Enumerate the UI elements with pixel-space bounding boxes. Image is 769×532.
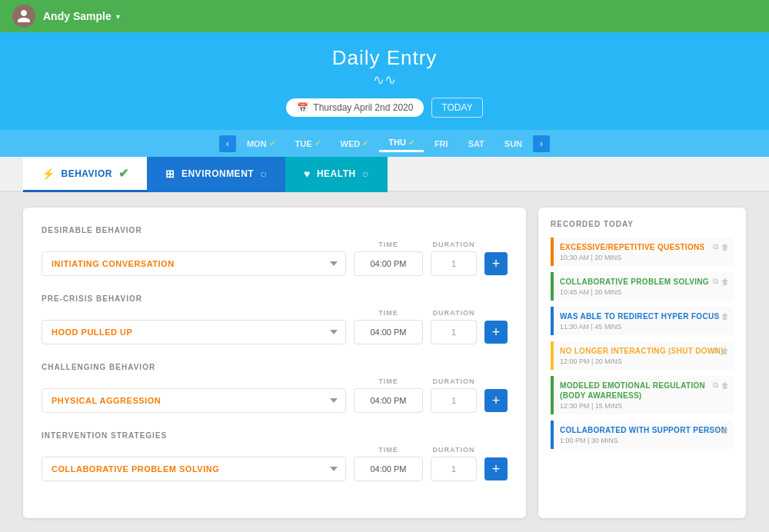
intervention-duration-input[interactable] [431,457,477,481]
intervention-time-input[interactable] [354,457,423,481]
record-copy-2[interactable]: ⧉ [713,311,718,321]
day-tab-mon[interactable]: MON ✔ [238,136,285,151]
intervention-add-col-label [484,446,508,454]
thu-check: ✔ [408,138,414,147]
record-copy-4[interactable]: ⧉ [713,381,718,390]
title-decoration: ∿∿ [0,71,769,88]
desirable-select[interactable]: INITIATING CONVERSATION [42,251,346,276]
precrisis-duration-col-label: DURATION [431,309,477,317]
record-copy-3[interactable]: ⧉ [713,346,718,355]
desirable-duration-col-label: DURATION [431,241,477,248]
day-tab-sat[interactable]: SAT [459,136,494,151]
desirable-behavior-label: DESIRABLE BEHAVIOR [42,226,508,234]
precrisis-add-col-label [484,309,508,317]
page-title: Daily Entry [0,46,769,70]
behavior-icon: ⚡ [42,168,55,180]
behavior-tab-label: BEHAVIOR [62,168,112,179]
record-copy-1[interactable]: ⧉ [713,277,718,286]
record-delete-0[interactable]: 🗑 [721,242,729,251]
desirable-time-input[interactable] [354,251,423,276]
today-button[interactable]: TODAY [431,98,482,118]
challenging-behavior-label: CHALLENGING BEHAVIOR [42,363,508,371]
precrisis-add-button[interactable]: + [484,321,508,344]
record-actions-2: ⧉ 🗑 [713,311,729,321]
challenging-time-col-label: TIME [354,377,423,385]
record-title-5: COLLABORATED WITH SUPPORT PERSON [560,425,727,435]
day-tab-tue[interactable]: TUE ✔ [286,136,330,151]
challenging-behavior-section: CHALLENGING BEHAVIOR TIME DURATION PHYSI… [42,363,508,413]
record-title-4: MODELED EMOTIONAL REGULATION (BODY AWARE… [560,381,727,401]
record-actions-0: ⧉ 🗑 [713,242,729,251]
main-content: DESIRABLE BEHAVIOR TIME DURATION INITIAT… [0,192,769,532]
record-title-3: NO LONGER INTERACTING (SHUT DOWN) [560,346,727,356]
challenging-add-button[interactable]: + [484,389,508,412]
date-nav: 📅 Thursday April 2nd 2020 TODAY [0,98,769,118]
challenging-time-input[interactable] [354,388,423,413]
environment-icon: ⊞ [165,168,175,180]
record-actions-4: ⧉ 🗑 [713,381,729,390]
top-nav: Andy Sample ▾ [0,0,769,32]
precrisis-behavior-section: PRE-CRISIS BEHAVIOR TIME DURATION HOOD P… [42,294,508,344]
precrisis-col-labels: TIME DURATION [42,309,508,317]
intervention-select[interactable]: COLLABORATIVE PROBLEM SOLVING [42,457,346,481]
health-icon: ♥ [304,168,311,180]
record-item-1: COLLABORATIVE PROBLEM SOLVING 10:45 AM |… [551,272,734,301]
desirable-add-col-label [484,241,508,248]
next-day-button[interactable]: › [533,135,550,152]
user-name-label: Andy Sample [43,10,112,22]
day-tab-thu[interactable]: THU ✔ [379,135,424,152]
intervention-col-labels: TIME DURATION [42,446,508,454]
challenging-add-col-label [484,377,508,385]
record-delete-5[interactable]: 🗑 [721,425,729,434]
record-time-4: 12:30 PM | 15 MINS [560,402,727,410]
desirable-add-button[interactable]: + [484,252,508,275]
tab-behavior[interactable]: ⚡ BEHAVIOR ✔ [23,157,147,192]
record-delete-3[interactable]: 🗑 [721,346,729,355]
record-title-0: EXCESSIVE/REPETITIVE QUESTIONS [560,242,727,252]
record-delete-4[interactable]: 🗑 [721,381,729,390]
date-pill[interactable]: 📅 Thursday April 2nd 2020 [286,98,424,117]
header-section: Daily Entry ∿∿ 📅 Thursday April 2nd 2020… [0,32,769,157]
intervention-label: INTERVENTION STRATEGIES [42,431,508,440]
intervention-form-row: COLLABORATIVE PROBLEM SOLVING + [42,457,508,481]
intervention-add-button[interactable]: + [484,457,508,480]
precrisis-time-col-label: TIME [354,309,423,317]
mon-check: ✔ [269,139,275,148]
record-time-2: 11:30 AM | 45 MINS [560,323,727,331]
day-tab-sun[interactable]: SUN [495,136,531,151]
user-dropdown-arrow[interactable]: ▾ [116,12,120,21]
challenging-select[interactable]: PHYSICAL AGGRESSION [42,388,346,413]
challenging-col-labels: TIME DURATION [42,377,508,385]
behavior-check-icon: ✔ [118,166,129,181]
precrisis-duration-input[interactable] [431,320,477,344]
intervention-section: INTERVENTION STRATEGIES TIME DURATION CO… [42,431,508,481]
date-label: Thursday April 2nd 2020 [313,102,413,113]
health-circle-icon: ○ [362,168,369,180]
day-tab-fri[interactable]: FRI [425,136,458,151]
day-tab-wed[interactable]: WED ✔ [331,136,378,151]
precrisis-time-input[interactable] [354,320,423,344]
tab-health[interactable]: ♥ HEALTH ○ [285,157,388,192]
prev-day-button[interactable]: ‹ [219,135,236,152]
form-panel: DESIRABLE BEHAVIOR TIME DURATION INITIAT… [23,208,526,518]
challenging-form-row: PHYSICAL AGGRESSION + [42,388,508,413]
record-item-0: EXCESSIVE/REPETITIVE QUESTIONS 10:30 AM … [551,238,734,266]
record-delete-1[interactable]: 🗑 [721,277,729,286]
precrisis-form-row: HOOD PULLED UP + [42,320,508,344]
tue-check: ✔ [315,139,321,148]
desirable-duration-input[interactable] [431,251,477,276]
desirable-behavior-section: DESIRABLE BEHAVIOR TIME DURATION INITIAT… [42,226,508,276]
record-time-0: 10:30 AM | 20 MINS [560,254,727,261]
record-time-3: 12:00 PM | 20 MINS [560,357,727,365]
tab-environment[interactable]: ⊞ ENVIRONMENT ○ [147,157,285,192]
record-copy-0[interactable]: ⧉ [713,242,718,251]
record-item-2: WAS ABLE TO REDIRECT HYPER FOCUS 11:30 A… [551,307,734,335]
health-tab-label: HEALTH [317,168,356,179]
challenging-duration-input[interactable] [431,388,477,413]
record-item-4: MODELED EMOTIONAL REGULATION (BODY AWARE… [551,376,734,414]
precrisis-select[interactable]: HOOD PULLED UP [42,320,346,344]
record-time-1: 10:45 AM | 20 MINS [560,288,727,296]
record-copy-5[interactable]: ⧉ [713,425,718,434]
environment-circle-icon: ○ [260,168,267,180]
record-delete-2[interactable]: 🗑 [721,311,729,321]
